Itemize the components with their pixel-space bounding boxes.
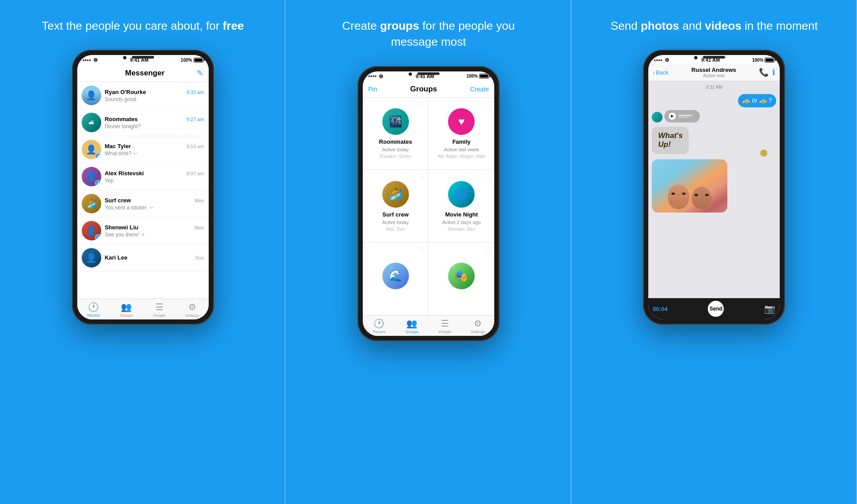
list-item[interactable]: 👤 ✉ Alex Ristevski 8:07 am Yep [77, 163, 209, 190]
tab-people-label-2: People [439, 330, 451, 334]
list-item[interactable]: 👤 Ryan O'Rourke 9:32 am Sounds good. [77, 82, 209, 109]
signal-dots: ●●●● ⊜ [83, 57, 98, 63]
phone-camera-2 [409, 72, 412, 76]
avatar-kari: 👤 [82, 248, 101, 268]
msg-content-shenwei: Shenwei Liu Mon See you there! ✓ [105, 224, 204, 238]
msg-time-roommates: 9:27 am [186, 117, 204, 122]
msg-row-ryan: Ryan O'Rourke 9:32 am [105, 89, 204, 95]
tab-recent-2[interactable]: 🕐 Recent [363, 318, 396, 334]
tab-settings-label-2: Settings [471, 330, 485, 334]
msg-name-roommates: Roommates [105, 116, 138, 122]
avatar-shenwei: 👤 ✉ [82, 221, 101, 240]
msg-content-roommates: Roommates 9:27 am Dinner tonight? [105, 116, 204, 130]
phone-speaker-3 [703, 56, 725, 59]
msg-preview-roommates: Dinner tonight? [105, 123, 204, 130]
group-menu-surf[interactable]: ⋮ [419, 173, 425, 180]
battery-area-1: 100% [181, 58, 203, 63]
badge-mac: ✉ [95, 153, 101, 159]
chat-contact-name: Russel Andrews [669, 67, 759, 73]
photo-message [652, 159, 776, 213]
group-cell-surf[interactable]: ⋮ 🏄 Surf crew Active today Mac, Ben [363, 170, 428, 242]
tab-settings-2[interactable]: ⚙ Settings [461, 318, 494, 334]
battery-area-2: 100% [466, 74, 489, 79]
battery-pct-1: 100% [181, 58, 192, 63]
group-cell-movie[interactable]: ⋮ 🌀 Movie Night Active 2 days ago Shenwe… [428, 170, 494, 242]
phone-call-icon[interactable]: 📞 [759, 67, 769, 77]
avatar-mac: 👤 ✉ [82, 140, 101, 159]
tab-settings-1[interactable]: ⚙ Settings [176, 302, 209, 318]
group-members-movie: Shenwei, Alex [448, 227, 476, 232]
group-cell-extra2[interactable]: ⋮ 🎭 [428, 243, 494, 315]
signal-dots-3: ●●●● ⊜ [654, 57, 669, 63]
tab-groups-2[interactable]: 👥 Groups [396, 318, 428, 334]
msg-preview-ryan: Sounds good. [105, 96, 204, 102]
chat-header: ‹ Back Russel Andrews Active now 📞 ℹ [648, 64, 780, 81]
tab-recent-label: Recent [87, 313, 100, 318]
sunglasses-left-2 [694, 194, 698, 196]
send-button[interactable]: Send [708, 301, 724, 317]
group-menu-family[interactable]: ⋮ [485, 101, 491, 107]
phone-speaker-1 [132, 56, 154, 59]
phone-speaker-2 [417, 72, 440, 75]
whatsup-sticker: What'sUp! [652, 127, 689, 154]
group-menu-extra2[interactable]: ⋮ [485, 246, 491, 252]
group-cell-roommates[interactable]: ⋮ 🌃 Roommates Active today Brandon, Simo… [363, 98, 428, 170]
face-1 [668, 185, 689, 209]
tab-people-icon-1: ☰ [155, 302, 163, 312]
photo-gradient-bg [652, 159, 727, 213]
avatar-surf: 🏄 [82, 194, 101, 213]
create-button[interactable]: Create [470, 86, 489, 93]
list-item[interactable]: 🏙 Roommates 9:27 am Dinner tonight? [77, 109, 209, 136]
group-status-family: Active last week [444, 147, 479, 152]
tab-groups-icon-1: 👥 [121, 302, 132, 312]
group-cell-extra1[interactable]: ⋮ 🌊 [363, 243, 428, 315]
compose-icon[interactable]: ✎ [197, 68, 203, 78]
list-item[interactable]: 👤 ✉ Shenwei Liu Mon See you there! ✓ [77, 217, 209, 244]
group-avatar-roommates: 🌃 [382, 108, 409, 135]
group-menu-movie[interactable]: ⋮ [485, 173, 491, 180]
battery-icon-2 [479, 74, 489, 79]
photo-bubble[interactable] [652, 159, 727, 213]
group-menu-extra1[interactable]: ⋮ [419, 246, 425, 252]
group-name-roommates: Roommates [379, 138, 412, 145]
tab-settings-icon-1: ⚙ [188, 302, 196, 312]
list-item[interactable]: 👤 ✉ Mac Tyler 9:10 am What time? ↩ [77, 136, 209, 163]
avatar-ryan: 👤 [82, 86, 101, 105]
msg-content-kari: Kari Lee Sun [105, 254, 204, 262]
sticker-text: What'sUp! [658, 131, 682, 150]
voice-message[interactable]: ▶ [664, 110, 700, 122]
panel-1-title: Text the people you care about, for free [42, 18, 244, 34]
msg-name-shenwei: Shenwei Liu [105, 224, 139, 231]
tab-groups-1[interactable]: 👥 Groups [110, 302, 143, 318]
sticker-area: What'sUp! [652, 127, 776, 154]
group-members-family: Alli, Adam, Megan, Mike [438, 154, 485, 159]
battery-pct-2: 100% [466, 74, 478, 79]
avatar-roommates: 🏙 [82, 113, 101, 132]
msg-row-kari: Kari Lee Sun [105, 254, 204, 261]
group-menu-roommates[interactable]: ⋮ [419, 101, 425, 107]
list-item[interactable]: 👤 Kari Lee Sun [77, 244, 209, 272]
info-icon[interactable]: ℹ [772, 67, 775, 77]
msg-time-alex: 8:07 am [186, 171, 204, 176]
msg-time-surf: Mon [194, 198, 204, 203]
list-item[interactable]: 🏄 Surf crew Mon You sent a sticker. ↩ [77, 190, 209, 217]
pin-button[interactable]: Pin [368, 86, 377, 93]
avatar-alex: 👤 ✉ [82, 167, 101, 186]
sunglasses-right [682, 193, 686, 195]
tab-recent-label-2: Recent [373, 330, 386, 334]
chevron-left-icon: ‹ [653, 69, 655, 76]
tab-recent[interactable]: 🕐 Recent [77, 302, 110, 318]
messenger-header: Messenger ✎ [77, 64, 209, 82]
tab-people-2[interactable]: ☰ People [428, 318, 461, 334]
play-icon[interactable]: ▶ [669, 113, 676, 120]
group-members-surf: Mac, Ben [386, 227, 405, 232]
sticker-decoration [760, 150, 767, 157]
msg-content-ryan: Ryan O'Rourke 9:32 am Sounds good. [105, 89, 204, 102]
group-cell-family[interactable]: ⋮ ♥ Family Active last week Alli, Adam, … [428, 98, 494, 170]
tab-people-1[interactable]: ☰ People [143, 302, 176, 318]
back-button[interactable]: ‹ Back [653, 69, 668, 76]
chat-actions: 📞 ℹ [759, 67, 775, 77]
tab-recent-icon-2: 🕐 [373, 318, 385, 329]
heart-icon: ♥ [458, 115, 464, 128]
camera-icon[interactable]: 📷 [764, 303, 775, 314]
